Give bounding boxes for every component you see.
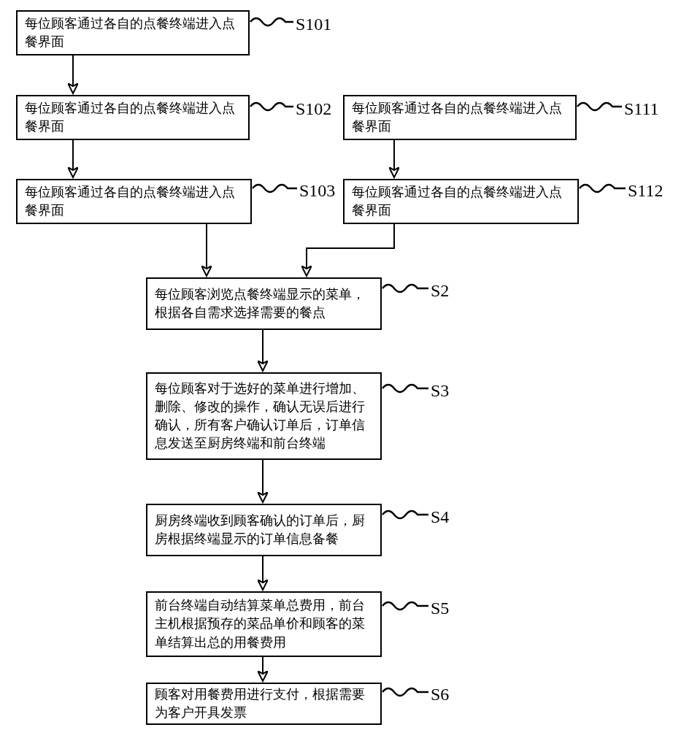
node-s4-text: 厨房终端收到顾客确认的订单后，厨房根据终端显示的订单信息备餐 xyxy=(155,512,373,548)
node-s112: 每位顾客通过各自的点餐终端进入点餐界面 xyxy=(343,179,579,224)
node-s101: 每位顾客通过各自的点餐终端进入点餐界面 xyxy=(16,10,250,55)
label-s112: S112 xyxy=(628,181,663,201)
node-s103: 每位顾客通过各自的点餐终端进入点餐界面 xyxy=(16,179,252,224)
node-s102: 每位顾客通过各自的点餐终端进入点餐界面 xyxy=(16,95,250,140)
label-s5: S5 xyxy=(431,599,449,618)
label-s101: S101 xyxy=(296,15,331,34)
label-s2: S2 xyxy=(431,281,449,301)
label-s103: S103 xyxy=(299,181,335,201)
node-s103-text: 每位顾客通过各自的点餐终端进入点餐界面 xyxy=(25,183,243,220)
node-s4: 厨房终端收到顾客确认的订单后，厨房根据终端显示的订单信息备餐 xyxy=(146,504,382,556)
node-s3: 每位顾客对于选好的菜单进行增加、删除、修改的操作，确认无误后进行确认，所有客户确… xyxy=(146,372,382,460)
label-s3: S3 xyxy=(431,381,449,401)
node-s2-text: 每位顾客浏览点餐终端显示的菜单，根据各自需求选择需要的餐点 xyxy=(155,285,373,322)
node-s5-text: 前台终端自动结算菜单总费用，前台主机根据预存的菜品单价和顾客的菜单结算出总的用餐… xyxy=(155,596,373,652)
node-s3-text: 每位顾客对于选好的菜单进行增加、删除、修改的操作，确认无误后进行确认，所有客户确… xyxy=(155,380,373,453)
node-s111: 每位顾客通过各自的点餐终端进入点餐界面 xyxy=(343,95,577,140)
node-s6: 顾客对用餐费用进行支付，根据需要为客户开具发票 xyxy=(146,683,382,725)
node-s5: 前台终端自动结算菜单总费用，前台主机根据预存的菜品单价和顾客的菜单结算出总的用餐… xyxy=(146,591,382,657)
label-s6: S6 xyxy=(431,685,449,704)
node-s2: 每位顾客浏览点餐终端显示的菜单，根据各自需求选择需要的餐点 xyxy=(146,277,382,330)
label-s4: S4 xyxy=(431,507,449,527)
node-s112-text: 每位顾客通过各自的点餐终端进入点餐界面 xyxy=(352,183,570,220)
node-s101-text: 每位顾客通过各自的点餐终端进入点餐界面 xyxy=(25,15,241,51)
node-s6-text: 顾客对用餐费用进行支付，根据需要为客户开具发票 xyxy=(155,685,373,722)
label-s111: S111 xyxy=(624,99,659,119)
node-s111-text: 每位顾客通过各自的点餐终端进入点餐界面 xyxy=(352,99,568,136)
label-s102: S102 xyxy=(296,99,331,119)
node-s102-text: 每位顾客通过各自的点餐终端进入点餐界面 xyxy=(25,99,241,136)
